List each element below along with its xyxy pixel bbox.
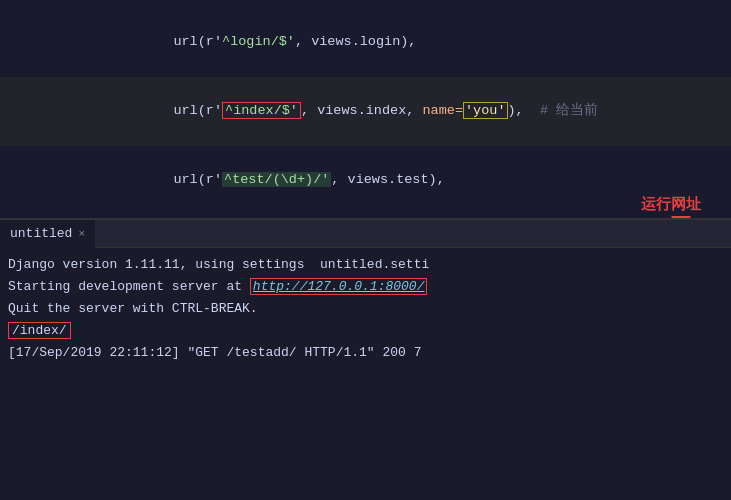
code-line-2: url(r'^index/$', views.index, name='you'… (0, 77, 731, 146)
code-line-1: url(r'^login/$', views.login), (0, 8, 731, 77)
terminal-line-3: Quit the server with CTRL-BREAK. (8, 298, 723, 320)
code-lines: url(r'^login/$', views.login), url(r'^in… (0, 0, 731, 220)
terminal-content: Django version 1.11.11, using settings u… (0, 248, 731, 370)
terminal-line-5: [17/Sep/2019 22:11:12] "GET /testadd/ HT… (8, 342, 723, 364)
terminal-panel: untitled × Django version 1.11.11, using… (0, 220, 731, 500)
terminal-tab-bar: untitled × (0, 220, 731, 248)
server-url[interactable]: http://127.0.0.1:8000/ (250, 278, 428, 295)
code-text: url(r'^login/$', views.login), (60, 8, 416, 77)
code-line-3: url(r'^test/(\d+)/', views.test), (0, 146, 731, 215)
terminal-tab-label: untitled (10, 226, 72, 241)
annotation-label: 运行网址 (641, 195, 701, 214)
code-text: url(r'^test/(\d+)/', views.test), (60, 146, 445, 215)
annotation: 运行网址 (641, 195, 701, 220)
app-container: url(r'^login/$', views.login), url(r'^in… (0, 0, 731, 500)
index-path: /index/ (8, 322, 71, 339)
terminal-line-2: Starting development server at http://12… (8, 276, 723, 298)
terminal-tab-close[interactable]: × (78, 228, 85, 240)
code-editor: url(r'^login/$', views.login), url(r'^in… (0, 0, 731, 220)
code-text: url(r'^index/$', views.index, name='you'… (60, 77, 598, 146)
terminal-line-1: Django version 1.11.11, using settings u… (8, 254, 723, 276)
terminal-tab[interactable]: untitled × (0, 220, 95, 248)
terminal-line-4: /index/ (8, 320, 723, 342)
